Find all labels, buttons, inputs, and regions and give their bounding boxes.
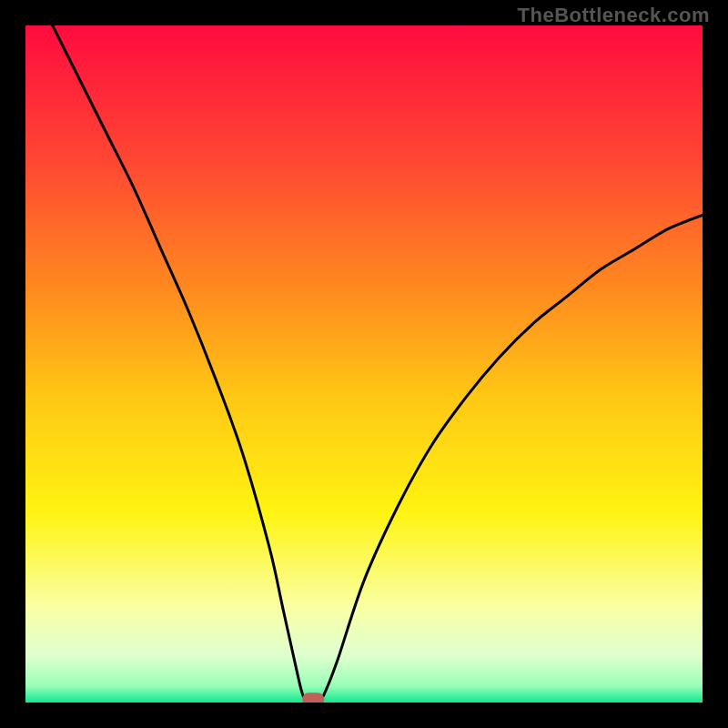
- chart-container: TheBottleneck.com: [0, 0, 728, 728]
- chart-svg: [25, 25, 703, 703]
- plot-frame: [25, 25, 703, 703]
- optimal-marker: [302, 693, 324, 703]
- plot-area: [25, 25, 703, 703]
- watermark-text: TheBottleneck.com: [518, 4, 710, 27]
- svg-rect-0: [25, 25, 703, 703]
